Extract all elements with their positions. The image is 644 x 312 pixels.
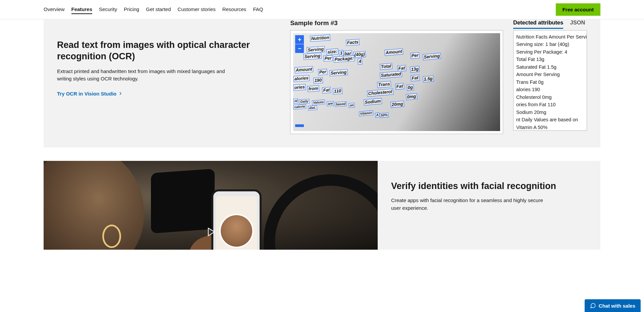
- ocr-bounding-box: Per: [410, 52, 420, 59]
- ocr-bounding-box: Trans: [377, 81, 391, 88]
- ocr-bounding-box: 20mg: [390, 101, 404, 108]
- result-line: Trans Fat 0g: [516, 78, 584, 86]
- facial-recognition-section: Verify identities with facial recognitio…: [44, 161, 600, 250]
- result-line: alories 190: [516, 86, 584, 93]
- ocr-bounding-box: Daily: [299, 99, 310, 104]
- nav-tabs: OverviewFeaturesSecurityPricingGet start…: [44, 5, 263, 14]
- try-ocr-link[interactable]: Try OCR in Vision Studio: [57, 91, 122, 97]
- nav-item-resources[interactable]: Resources: [222, 5, 247, 14]
- ocr-bounding-box: alories: [293, 75, 310, 82]
- ocr-text-column: Read text from images with optical chara…: [57, 19, 290, 134]
- ocr-bounding-box: Serving: [307, 46, 325, 53]
- sample-title: Sample form #3: [290, 19, 503, 27]
- ocr-bounding-box: size:: [326, 49, 338, 55]
- ocr-bounding-box: Serving: [329, 69, 348, 76]
- result-line: Serving Per Package: 4: [516, 48, 584, 56]
- ocr-bounding-box: 110: [333, 88, 342, 94]
- ocr-bounding-box: calorie: [293, 104, 306, 110]
- ocr-bounding-box: 50%: [380, 113, 389, 118]
- ocr-heading: Read text from images with optical chara…: [57, 40, 270, 62]
- ocr-bounding-box: 0mg: [406, 93, 417, 100]
- result-line: nt Daily Values are based on: [516, 116, 584, 123]
- minimap-indicator: [295, 124, 304, 127]
- ocr-bounding-box: Package:: [333, 55, 355, 63]
- ocr-bounding-box: 0g: [407, 84, 414, 90]
- ocr-bounding-box: Amount: [384, 48, 403, 56]
- results-tabs: Detected attributes JSON: [513, 19, 587, 29]
- ocr-bounding-box: 4: [358, 58, 362, 64]
- zoom-in-button[interactable]: +: [295, 35, 304, 44]
- ocr-bounding-box: Total: [380, 63, 392, 70]
- ocr-bounding-box: diet.: [308, 105, 317, 111]
- ocr-bounding-box: ories: [293, 84, 306, 90]
- ocr-demo-column: Sample form #3 NutritionFactsAmountPerSe…: [290, 19, 587, 134]
- ocr-bounding-box: Fat: [395, 83, 404, 90]
- ocr-bounding-box: (40g): [353, 51, 366, 58]
- result-line: Serving size: 1 bar (40g): [516, 41, 584, 48]
- results-body[interactable]: Nutrition Facts Amount Per ServingServin…: [513, 30, 587, 131]
- ocr-bounding-box: A: [375, 113, 380, 118]
- try-ocr-link-label: Try OCR in Vision Studio: [57, 91, 116, 97]
- ocr-description: Extract printed and handwritten text fro…: [57, 68, 231, 83]
- result-line: ories from Fat 110: [516, 101, 584, 108]
- sample-image: NutritionFactsAmountPerServingServingsiz…: [293, 33, 500, 131]
- result-line: Saturated Fat 1.5g: [516, 63, 584, 71]
- nav-item-customer-stories[interactable]: Customer stories: [177, 5, 215, 14]
- ocr-bounding-box: Per: [318, 69, 327, 75]
- face-heading: Verify identities with facial recognitio…: [391, 181, 587, 191]
- ocr-bounding-box: on: [348, 103, 355, 108]
- sample-image-viewer[interactable]: NutritionFactsAmountPerServingServingsiz…: [290, 30, 503, 134]
- zoom-controls: + −: [295, 35, 304, 53]
- results-panel: Detected attributes JSON Nutrition Facts…: [513, 19, 587, 134]
- ocr-bounding-box: 13g: [410, 66, 420, 73]
- ocr-bounding-box: are: [327, 101, 334, 106]
- ocr-bounding-box: Amount: [294, 66, 313, 73]
- ocr-bounding-box: Saturated: [380, 71, 402, 78]
- play-button[interactable]: [205, 226, 216, 238]
- result-line: Nutrition Facts Amount Per Serving: [516, 33, 584, 41]
- ocr-bounding-box: Nutrition: [310, 35, 330, 42]
- ocr-bounding-box: nt: [293, 99, 299, 104]
- chevron-right-icon: [118, 91, 122, 96]
- face-description: Create apps with facial recognition for …: [391, 197, 552, 212]
- ocr-bounding-box: Serving: [303, 53, 322, 60]
- ocr-bounding-box: Facts: [346, 39, 360, 46]
- tab-detected-attributes[interactable]: Detected attributes: [513, 19, 563, 29]
- result-line: Total Fat 13g: [516, 56, 584, 63]
- tab-json[interactable]: JSON: [570, 19, 585, 29]
- face-text-column: Verify identities with facial recognitio…: [378, 161, 600, 250]
- ocr-bounding-box: 190: [313, 77, 323, 83]
- ocr-bounding-box: Per: [323, 55, 333, 61]
- ocr-bounding-box: Vitamin: [359, 110, 373, 116]
- nav-item-get-started[interactable]: Get started: [146, 5, 171, 14]
- ocr-bounding-box: Cholesterol: [367, 88, 393, 97]
- ocr-bounding-box: Fat: [411, 75, 420, 81]
- result-line: Sodium 20mg: [516, 109, 584, 116]
- ocr-bounding-box: Sodium: [364, 98, 382, 105]
- nav-item-features[interactable]: Features: [71, 5, 93, 14]
- ocr-bounding-box: 1.5g: [423, 75, 434, 82]
- ocr-section: Read text from images with optical chara…: [44, 19, 600, 147]
- nav-item-faq[interactable]: FAQ: [253, 5, 263, 14]
- face-video-thumbnail[interactable]: [44, 161, 378, 250]
- sample-area: Sample form #3 NutritionFactsAmountPerSe…: [290, 19, 503, 134]
- ocr-bounding-box: Values: [312, 100, 325, 105]
- nav-item-pricing[interactable]: Pricing: [124, 5, 139, 14]
- free-account-button[interactable]: Free account: [556, 3, 600, 16]
- nav-item-overview[interactable]: Overview: [44, 5, 65, 14]
- ocr-bounding-box: based: [335, 102, 347, 107]
- nav-item-security[interactable]: Security: [99, 5, 117, 14]
- result-line: Cholesterol 0mg: [516, 93, 584, 101]
- result-line: Vitamin A 50%: [516, 124, 584, 131]
- ocr-bounding-box: from: [307, 85, 319, 92]
- ocr-bounding-box: Serving: [423, 53, 441, 60]
- svg-marker-0: [208, 228, 214, 236]
- ocr-bounding-box: Fat: [322, 87, 331, 93]
- zoom-out-button[interactable]: −: [295, 44, 304, 53]
- result-line: Amount Per Serving: [516, 71, 584, 78]
- play-icon: [205, 226, 216, 238]
- secondary-nav: OverviewFeaturesSecurityPricingGet start…: [0, 0, 644, 19]
